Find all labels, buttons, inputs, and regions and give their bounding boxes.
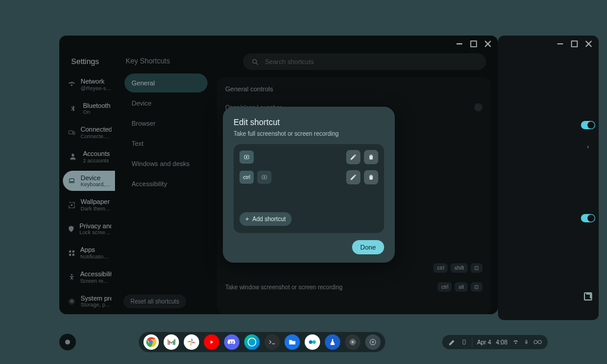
- tray-time: 4:08: [496, 339, 507, 346]
- toggle-1[interactable]: [581, 121, 595, 129]
- chevron-right-icon: ›: [587, 143, 589, 150]
- svg-point-25: [264, 177, 266, 178]
- shortcut-slot-list: ctrl + Add shortcut: [234, 144, 384, 233]
- minimize-button[interactable]: [455, 40, 464, 48]
- svg-rect-36: [463, 340, 465, 344]
- app-unknown-2[interactable]: [365, 334, 381, 350]
- phone-tray-icon[interactable]: [461, 338, 467, 346]
- svg-point-28: [230, 341, 231, 343]
- app-files[interactable]: [285, 334, 300, 350]
- tray-date: Apr 4: [477, 339, 491, 346]
- svg-point-31: [309, 340, 312, 344]
- shortcut-slot: [239, 150, 378, 164]
- svg-point-29: [232, 341, 234, 343]
- close-button[interactable]: [484, 40, 492, 48]
- quick-settings-icon[interactable]: [533, 339, 542, 345]
- open-external-icon[interactable]: [584, 292, 592, 301]
- svg-rect-1: [571, 41, 577, 47]
- add-shortcut-button[interactable]: + Add shortcut: [239, 212, 292, 226]
- svg-point-35: [372, 341, 374, 343]
- toggle-2[interactable]: [581, 214, 595, 222]
- svg-rect-39: [526, 341, 526, 343]
- maximize-button[interactable]: [469, 40, 478, 48]
- delete-shortcut-button[interactable]: [364, 150, 378, 164]
- maximize-button-bg[interactable]: [570, 40, 579, 48]
- app-settings[interactable]: [345, 334, 360, 350]
- launcher-icon: [65, 340, 70, 344]
- add-shortcut-label: Add shortcut: [253, 216, 286, 222]
- key-ctrl: ctrl: [239, 171, 254, 184]
- dialog-description: Take full screenshot or screen recording: [234, 130, 384, 137]
- minimize-button-bg[interactable]: [556, 40, 564, 48]
- edit-shortcut-button[interactable]: [346, 170, 360, 184]
- svg-point-41: [538, 340, 542, 344]
- svg-point-23: [246, 157, 248, 158]
- edit-shortcut-dialog: Edit shortcut Take full screenshot or sc…: [223, 107, 395, 263]
- app-photos[interactable]: [184, 334, 199, 350]
- app-labs[interactable]: [325, 334, 340, 350]
- app-discord[interactable]: [224, 334, 239, 350]
- dialog-title: Edit shortcut: [234, 117, 384, 127]
- settings-window: Settings Network@Reyee-sC4DD_ BluetoothO…: [59, 36, 498, 314]
- svg-point-32: [312, 340, 316, 344]
- delete-shortcut-button[interactable]: [364, 170, 378, 184]
- screenshot-key-icon: [257, 171, 271, 184]
- app-unknown-1[interactable]: [305, 334, 320, 350]
- shelf-apps: [139, 332, 385, 352]
- pen-tray-icon[interactable]: [448, 338, 456, 346]
- screenshot-key-icon: [239, 151, 254, 164]
- app-gmail[interactable]: [164, 334, 179, 350]
- app-terminal[interactable]: [264, 334, 280, 350]
- status-tray[interactable]: Apr 4 4:08: [442, 335, 548, 349]
- launcher-button[interactable]: [59, 334, 76, 350]
- app-chrome[interactable]: [143, 334, 159, 350]
- edit-shortcut-button[interactable]: [346, 150, 360, 164]
- shelf: Apr 4 4:08: [59, 332, 548, 352]
- close-button-bg[interactable]: [584, 40, 593, 48]
- svg-rect-38: [526, 340, 526, 341]
- background-window: ›: [498, 36, 599, 320]
- svg-point-40: [534, 340, 538, 344]
- plus-icon: +: [245, 216, 249, 222]
- svg-point-30: [248, 338, 255, 346]
- svg-rect-5: [471, 41, 477, 47]
- done-button[interactable]: Done: [352, 240, 384, 254]
- battery-tray-icon: [524, 339, 529, 346]
- app-youtube[interactable]: [204, 334, 219, 350]
- app-edge[interactable]: [244, 334, 260, 350]
- shortcut-slot: ctrl: [239, 170, 378, 184]
- wifi-tray-icon: [512, 339, 519, 345]
